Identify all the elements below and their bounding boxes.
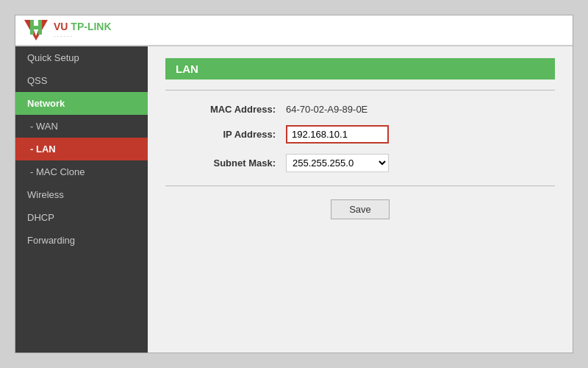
logo-text-block: VU TP-LINK ······ [54, 21, 112, 40]
logo-red-part: VU [54, 21, 68, 32]
main-layout: Quick Setup QSS Network - WAN - LAN - MA… [15, 46, 573, 353]
logo-container: VU TP-LINK ······ [23, 17, 112, 43]
sidebar-item-forwarding[interactable]: Forwarding [15, 229, 148, 252]
sidebar-item-wireless[interactable]: Wireless [15, 183, 148, 206]
page-title: LAN [165, 58, 555, 79]
ip-address-input[interactable] [286, 125, 389, 144]
sidebar-item-qss[interactable]: QSS [15, 69, 148, 92]
svg-marker-0 [24, 20, 48, 40]
router-ui: VU TP-LINK ······ Quick Setup QSS Networ… [15, 15, 573, 353]
save-area: Save [165, 199, 555, 219]
subnet-mask-select[interactable]: 255.255.255.0 [286, 154, 389, 172]
logo-icon [23, 17, 49, 43]
sidebar-item-mac-clone[interactable]: - MAC Clone [15, 160, 148, 183]
sidebar-item-network[interactable]: Network [15, 92, 148, 115]
svg-rect-3 [30, 26, 42, 29]
logo-green-part: TP-LINK [71, 21, 111, 32]
logo-subtext: ······ [54, 32, 112, 40]
sidebar: Quick Setup QSS Network - WAN - LAN - MA… [15, 46, 148, 353]
subnet-mask-row: Subnet Mask: 255.255.255.0 [180, 154, 540, 172]
sidebar-item-dhcp[interactable]: DHCP [15, 206, 148, 229]
subnet-mask-label: Subnet Mask: [180, 158, 276, 169]
mac-address-label: MAC Address: [180, 104, 276, 115]
top-divider [165, 90, 555, 91]
sidebar-item-quick-setup[interactable]: Quick Setup [15, 46, 148, 69]
mac-address-row: MAC Address: 64-70-02-A9-89-0E [180, 104, 540, 115]
lan-form: MAC Address: 64-70-02-A9-89-0E IP Addres… [165, 104, 555, 172]
header: VU TP-LINK ······ [15, 15, 573, 46]
logo-brand: VU TP-LINK [54, 21, 112, 32]
mac-address-value: 64-70-02-A9-89-0E [286, 104, 368, 115]
save-button[interactable]: Save [331, 199, 390, 219]
bottom-divider [165, 185, 555, 186]
sidebar-item-lan[interactable]: - LAN [15, 138, 148, 160]
ip-address-label: IP Address: [180, 129, 276, 140]
sidebar-item-wan[interactable]: - WAN [15, 115, 148, 138]
content-area: LAN MAC Address: 64-70-02-A9-89-0E IP Ad… [148, 46, 573, 353]
ip-address-row: IP Address: [180, 125, 540, 144]
